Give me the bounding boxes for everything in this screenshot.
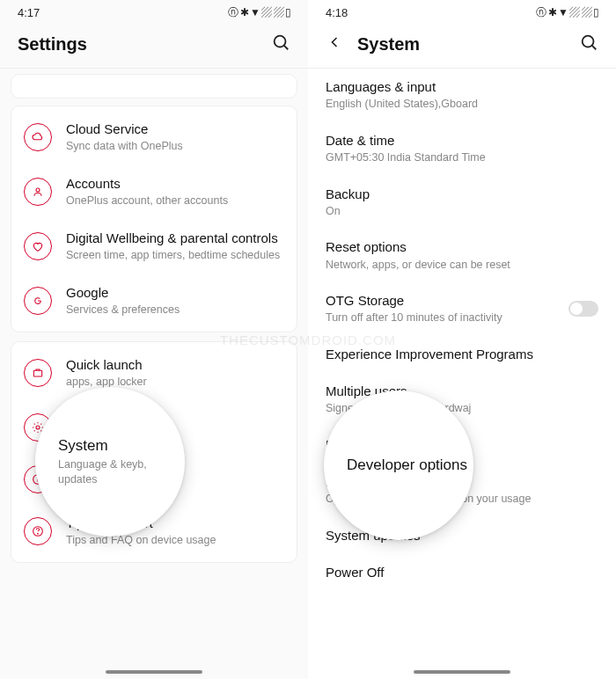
row-title: Reset options — [326, 238, 598, 256]
row-sub: Network, apps, or device can be reset — [326, 258, 598, 274]
row-sub: English (United States),Gboard — [326, 97, 598, 113]
svg-point-2 — [36, 188, 40, 192]
header: Settings — [0, 24, 308, 68]
row-title: Experience Improvement Programs — [326, 346, 598, 363]
svg-line-1 — [284, 46, 289, 50]
system-row-1[interactable]: Date & timeGMT+05:30 India Standard Time — [308, 122, 616, 176]
search-icon[interactable] — [271, 33, 290, 55]
nav-bar[interactable] — [106, 670, 202, 674]
toggle[interactable] — [568, 301, 598, 317]
svg-point-4 — [36, 426, 40, 429]
help-icon — [24, 517, 52, 545]
system-row-2[interactable]: BackupOn — [308, 176, 616, 230]
svg-rect-3 — [33, 370, 41, 376]
google-icon — [24, 287, 52, 315]
page-title: Settings — [18, 34, 87, 55]
lens-title: System — [58, 437, 185, 455]
row-title: Quick launch — [66, 356, 284, 374]
clock: 4:18 — [326, 6, 348, 19]
row-title: Accounts — [66, 175, 284, 193]
row-title: Cloud Service — [66, 120, 284, 138]
row-title: Languages & input — [326, 78, 598, 96]
row-title: Digital Wellbeing & parental controls — [66, 230, 284, 247]
search-icon[interactable] — [579, 33, 598, 55]
status-bar: 4:17 ⓝ ✱ ▼ ▨ ▨ ▯ — [0, 0, 308, 24]
page-title: System — [357, 34, 420, 55]
row-title: Power Off — [326, 564, 598, 581]
lens-sub: Language & keyb, updates — [58, 457, 155, 487]
status-bar: 4:18 ⓝ ✱ ▼ ▨ ▨ ▯ — [308, 0, 616, 24]
header: System — [308, 24, 616, 68]
system-row-4[interactable]: OTG StorageTurn off after 10 minutes of … — [308, 282, 616, 336]
card-stub — [11, 74, 297, 99]
row-cloud-service[interactable]: Cloud ServiceSync data with OnePlus — [11, 110, 297, 164]
cloud-icon — [24, 123, 52, 151]
nav-bar[interactable] — [414, 670, 510, 674]
divider — [0, 68, 308, 69]
lens-title: Developer options — [347, 456, 473, 474]
back-icon[interactable] — [326, 33, 343, 55]
row-title: Backup — [326, 186, 598, 203]
heart-icon — [24, 232, 52, 260]
row-quick-launch[interactable]: Quick launchapps, app locker — [11, 346, 297, 400]
row-title: OTG Storage — [326, 292, 568, 310]
row-sub: Screen time, app timers, bedtime schedul… — [66, 248, 284, 264]
row-title: Google — [66, 284, 284, 302]
row-sub: On — [326, 204, 598, 220]
magnifier-right: Developer options — [324, 391, 473, 540]
system-row-10[interactable]: Power Off — [308, 554, 616, 591]
row-sub: Services & preferences — [66, 303, 284, 318]
row-sub: Turn off after 10 minutes of inactivity — [326, 310, 568, 326]
svg-point-9 — [38, 533, 39, 534]
briefcase-icon — [24, 359, 52, 387]
svg-point-10 — [583, 36, 594, 47]
row-sub: GMT+05:30 India Standard Time — [326, 150, 598, 166]
system-row-0[interactable]: Languages & inputEnglish (United States)… — [308, 69, 616, 122]
watermark: THECUSTOMDROID.COM — [220, 332, 396, 347]
row-wellbeing[interactable]: Digital Wellbeing & parental controlsScr… — [11, 219, 297, 274]
svg-point-0 — [275, 36, 286, 47]
clock: 4:17 — [18, 6, 40, 19]
status-icons: ⓝ ✱ ▼ ▨ ▨ ▯ — [536, 5, 598, 20]
settings-card-1: Cloud ServiceSync data with OnePlus Acco… — [11, 106, 297, 332]
system-row-3[interactable]: Reset optionsNetwork, apps, or device ca… — [308, 229, 616, 282]
row-accounts[interactable]: AccountsOnePlus account, other accounts — [11, 164, 297, 219]
status-icons: ⓝ ✱ ▼ ▨ ▨ ▯ — [228, 5, 290, 20]
row-sub: OnePlus account, other accounts — [66, 193, 284, 209]
row-google[interactable]: GoogleServices & preferences — [11, 274, 297, 328]
magnifier-left: System Language & keyb, updates — [35, 387, 185, 537]
row-sub: Sync data with OnePlus — [66, 139, 284, 155]
user-icon — [24, 178, 52, 206]
row-title: Date & time — [326, 132, 598, 150]
svg-line-11 — [592, 46, 597, 50]
